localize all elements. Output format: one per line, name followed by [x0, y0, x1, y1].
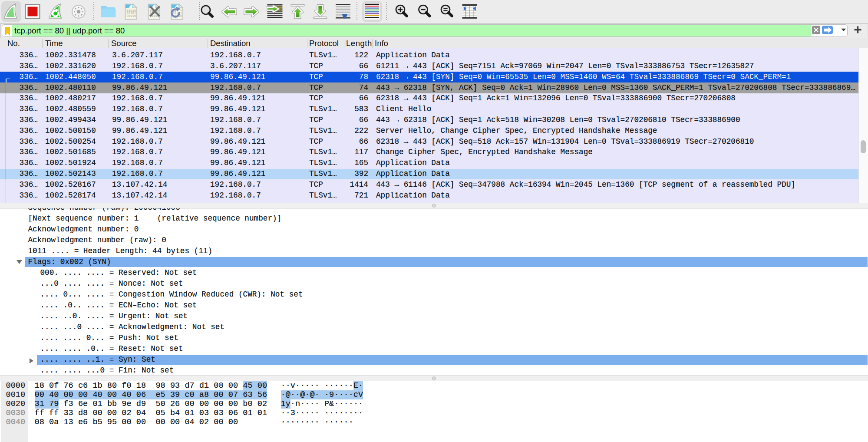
svg-text:01110: 01110: [127, 14, 136, 18]
